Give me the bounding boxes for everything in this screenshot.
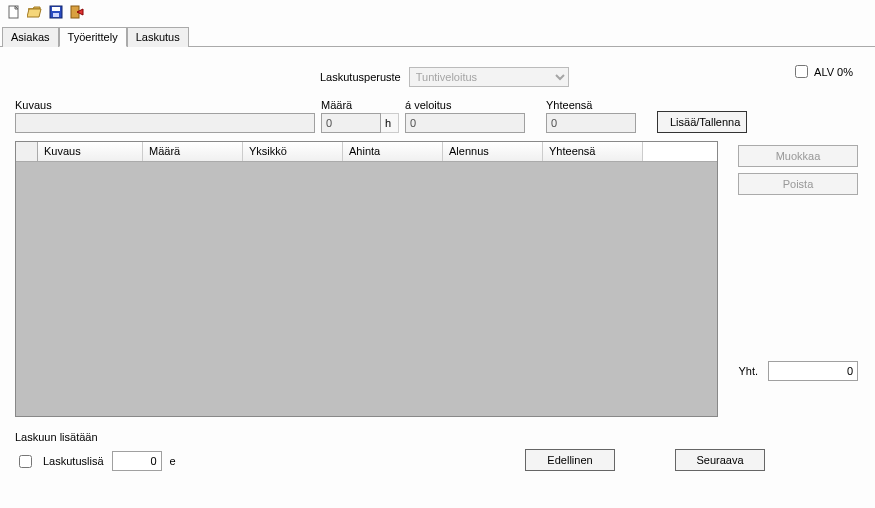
add-save-button[interactable]: Lisää/Tallenna (657, 111, 747, 133)
prev-button[interactable]: Edellinen (525, 449, 615, 471)
tab-laskutus[interactable]: Laskutus (127, 27, 189, 47)
laskuun-title: Laskuun lisätään (15, 431, 860, 443)
tab-asiakas[interactable]: Asiakas (2, 27, 59, 47)
edit-button[interactable]: Muokkaa (738, 145, 858, 167)
yht-value[interactable] (768, 361, 858, 381)
grid[interactable]: Kuvaus Määrä Yksikkö Ahinta Alennus Yhte… (15, 141, 718, 417)
laskutuslisa-unit: e (170, 455, 176, 467)
toolbar (0, 0, 875, 24)
col-kuvaus[interactable]: Kuvaus (38, 142, 143, 161)
col-yhteensa[interactable]: Yhteensä (543, 142, 643, 161)
col-alennus[interactable]: Alennus (443, 142, 543, 161)
kuvaus-input[interactable] (15, 113, 315, 133)
save-icon[interactable] (48, 4, 64, 20)
aveloitus-input[interactable] (405, 113, 525, 133)
laskutuslisa-label: Laskutuslisä (43, 455, 104, 467)
laskutuslisa-checkbox[interactable] (19, 455, 32, 468)
delete-button[interactable]: Poista (738, 173, 858, 195)
maara-label: Määrä (321, 99, 399, 111)
grid-header: Kuvaus Määrä Yksikkö Ahinta Alennus Yhte… (16, 142, 717, 162)
tab-tyoerittely[interactable]: Työerittely (59, 27, 127, 47)
kuvaus-label: Kuvaus (15, 99, 315, 111)
billing-basis-label: Laskutusperuste (320, 71, 401, 83)
vat-checkbox-group: ALV 0% (795, 65, 853, 78)
maara-input[interactable] (321, 113, 381, 133)
col-yksikko[interactable]: Yksikkö (243, 142, 343, 161)
laskutuslisa-input[interactable] (112, 451, 162, 471)
maara-unit: h (381, 113, 399, 133)
svg-rect-4 (53, 13, 59, 17)
content: ALV 0% Laskutusperuste Tuntiveloitus Kuv… (0, 47, 875, 481)
open-icon[interactable] (27, 4, 43, 20)
exit-icon[interactable] (69, 4, 85, 20)
svg-rect-3 (52, 7, 60, 11)
tabs: Asiakas Työerittely Laskutus (0, 26, 875, 47)
vat-label: ALV 0% (814, 66, 853, 78)
new-icon[interactable] (6, 4, 22, 20)
next-button[interactable]: Seuraava (675, 449, 765, 471)
yht-label: Yht. (738, 365, 758, 377)
aveloitus-label: á veloitus (405, 99, 525, 111)
grid-row-header (16, 142, 38, 161)
vat-checkbox[interactable] (795, 65, 808, 78)
col-ahinta[interactable]: Ahinta (343, 142, 443, 161)
billing-basis-select[interactable]: Tuntiveloitus (409, 67, 569, 87)
yhteensa-input[interactable] (546, 113, 636, 133)
col-maara[interactable]: Määrä (143, 142, 243, 161)
yhteensa-label: Yhteensä (546, 99, 636, 111)
